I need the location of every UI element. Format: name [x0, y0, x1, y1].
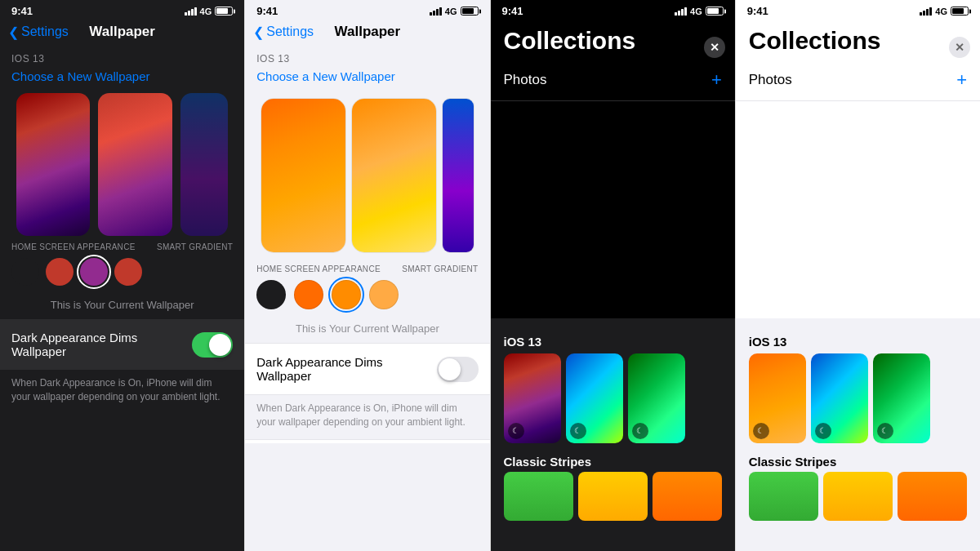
ios13-label-3: iOS 13: [491, 327, 735, 353]
color-swatches-1: [0, 255, 244, 294]
panel-dark-wallpaper: 9:41 4G ❮ Settings Wallpaper iOS 13 Choo…: [0, 0, 244, 551]
wallpaper-grid-3: ☾ ☾ ☾: [491, 353, 735, 450]
wp-gradient-partial-2: [443, 99, 474, 252]
status-time-3: 9:41: [502, 5, 523, 17]
signal-type-3: 4G: [690, 7, 702, 16]
signal-bar-2a: [430, 12, 432, 16]
signal-bar-3d: [684, 7, 687, 16]
battery-icon-2: [461, 7, 479, 16]
wp-thumb-home-1[interactable]: [98, 93, 172, 236]
stripe-4-2[interactable]: [823, 472, 893, 521]
signal-bars-1: [185, 7, 197, 16]
wp-gradient-lock-2: [261, 99, 345, 252]
wp-thumb-partial-1: [180, 93, 229, 236]
stripe-3-3[interactable]: [653, 472, 722, 521]
signal-bar-4c: [926, 9, 929, 16]
signal-bar-3a: [675, 12, 677, 16]
ios13-label-4: iOS 13: [736, 327, 980, 353]
wp-thumb-lock-2[interactable]: [261, 98, 346, 253]
moon-badge-3-2: ☾: [570, 423, 586, 439]
classic-stripes-label-3: Classic Stripes: [491, 450, 735, 472]
dim-description-2: When Dark Appearance is On, iPhone will …: [245, 395, 489, 436]
swatch-dark-red-1[interactable]: [111, 255, 145, 289]
close-button-3[interactable]: ✕: [704, 37, 725, 58]
nav-title-1: Wallpaper: [89, 24, 155, 40]
signal-bar-4b: [923, 11, 925, 16]
wg-thumb-3-1[interactable]: ☾: [504, 353, 561, 443]
appearance-row-1: HOME SCREEN APPEARANCE SMART GRADIENT: [0, 236, 244, 255]
signal-bar-3c: [681, 9, 684, 16]
wg-thumb-3-3[interactable]: ☾: [628, 353, 685, 443]
stripes-grid-3: [491, 472, 735, 521]
dim-description-1: When Dark Appearance is On, iPhone will …: [0, 370, 244, 411]
status-icons-4: 4G: [920, 7, 969, 16]
panel-dark-collections: 9:41 4G ✕ Collections Photos + iOS 13 ☾: [491, 0, 735, 551]
stripe-4-1[interactable]: [749, 472, 818, 521]
signal-bar-3: [191, 9, 194, 16]
signal-bar-2d: [439, 7, 442, 16]
close-button-4[interactable]: ✕: [949, 37, 970, 58]
status-time-2: 9:41: [256, 5, 278, 17]
dark-appearance-toggle-2[interactable]: [437, 357, 478, 382]
ios13-section-3: iOS 13 ☾ ☾ ☾ Classic Stripes: [491, 318, 735, 552]
signal-bar-4: [194, 7, 197, 16]
swatch-orange-2[interactable]: [294, 280, 323, 309]
back-label-2: Settings: [266, 24, 314, 39]
wallpaper-previews-1: [0, 93, 244, 236]
dark-appearance-row-1: Dark Appearance Dims Wallpaper: [0, 319, 244, 370]
choose-link-2[interactable]: Choose a New Wallpaper: [245, 67, 489, 93]
wg-thumb-4-2[interactable]: ☾: [811, 353, 868, 443]
panel-light-wallpaper: 9:41 4G ❮ Settings Wallpaper iOS 13 Choo…: [245, 0, 489, 551]
moon-badge-4-2: ☾: [815, 423, 831, 439]
signal-bar-2: [188, 11, 190, 16]
signal-bar-2c: [436, 9, 439, 16]
photos-label-3: Photos: [504, 72, 547, 88]
nav-bar-2: ❮ Settings Wallpaper: [245, 20, 489, 47]
swatch-purple-1[interactable]: [80, 258, 108, 286]
dark-appearance-row-2: Dark Appearance Dims Wallpaper: [245, 343, 489, 395]
swatch-black-1[interactable]: [11, 258, 39, 286]
section-header-2: iOS 13: [245, 47, 489, 67]
swatch-light-orange-2[interactable]: [369, 280, 399, 309]
dark-appearance-text-2: Dark Appearance Dims Wallpaper: [256, 355, 437, 383]
wp-gradient-lock-1: [16, 93, 90, 236]
signal-bars-2: [430, 7, 442, 16]
wp-thumb-home-2[interactable]: [351, 98, 437, 253]
status-time-1: 9:41: [11, 5, 33, 17]
appearance-left-2: HOME SCREEN APPEARANCE: [256, 264, 381, 273]
wp-thumb-lock-1[interactable]: [16, 93, 90, 236]
photos-plus-3: +: [711, 69, 722, 91]
battery-icon-1: [215, 7, 233, 16]
status-bar-1: 9:41 4G: [0, 0, 244, 20]
dark-area-3: [491, 101, 735, 318]
wg-thumb-4-3[interactable]: ☾: [873, 353, 930, 443]
choose-link-1[interactable]: Choose a New Wallpaper: [0, 67, 244, 93]
stripe-3-2[interactable]: [578, 472, 648, 521]
dark-appearance-toggle-1[interactable]: [192, 332, 233, 358]
status-bar-4: 9:41 4G: [736, 0, 980, 20]
wg-thumb-3-2[interactable]: ☾: [566, 353, 623, 443]
nav-bar-1: ❮ Settings Wallpaper: [0, 20, 244, 47]
photos-row-3[interactable]: Photos +: [491, 60, 735, 101]
wg-thumb-4-1[interactable]: ☾: [749, 353, 806, 443]
current-wallpaper-label-1: This is Your Current Wallpaper: [0, 294, 244, 319]
photos-row-4[interactable]: Photos +: [736, 60, 980, 101]
section-header-1: iOS 13: [0, 47, 244, 67]
ios13-section-4: iOS 13 ☾ ☾ ☾ Classic Stripes: [736, 318, 980, 552]
swatch-black-2[interactable]: [256, 280, 286, 309]
back-label-1: Settings: [21, 24, 69, 39]
wp-gradient-home-2: [352, 99, 436, 252]
moon-badge-4-1: ☾: [753, 423, 769, 439]
dark-appearance-text-1: Dark Appearance Dims Wallpaper: [11, 331, 192, 358]
panel-light-collections: 9:41 4G ✕ Collections Photos + iOS 13 ☾: [736, 0, 980, 551]
stripes-grid-4: [736, 472, 980, 521]
status-icons-2: 4G: [430, 7, 479, 16]
stripe-3-1[interactable]: [504, 472, 573, 521]
back-button-1[interactable]: ❮ Settings: [8, 24, 69, 40]
stripe-4-3[interactable]: [898, 472, 967, 521]
status-time-4: 9:41: [747, 5, 768, 17]
swatch-red-1[interactable]: [46, 258, 74, 286]
photos-label-4: Photos: [749, 72, 792, 88]
swatch-orange2-2[interactable]: [332, 280, 361, 309]
back-button-2[interactable]: ❮ Settings: [253, 24, 314, 40]
